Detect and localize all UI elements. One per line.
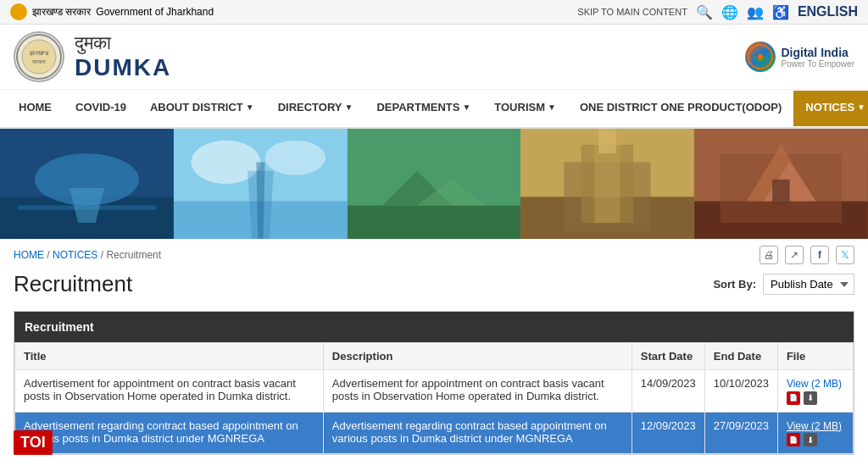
page-title: Recruitment — [14, 271, 132, 297]
notices-arrow: ▼ — [857, 103, 865, 112]
di-circle-icon: i — [745, 42, 776, 72]
header-left: झारखण्ड सरकार दुमका DUMKA — [14, 31, 171, 82]
svg-text:i: i — [760, 53, 762, 62]
breadcrumb-bar: HOME / NOTICES / Recruitment 🖨 ↗ f 𝕏 — [0, 239, 868, 271]
banner-part-5 — [694, 129, 868, 239]
directory-arrow: ▼ — [345, 103, 353, 112]
gov-text-english: Government of Jharkhand — [96, 6, 214, 18]
row1-file-icons: 📄 ⬇ — [787, 391, 817, 405]
row1-view-link[interactable]: View (2 MB) — [787, 378, 842, 390]
row2-start-date: 12/09/2023 — [632, 412, 704, 454]
nav-departments[interactable]: DEPARTMENTS ▼ — [364, 91, 482, 126]
sort-label: Sort By: — [713, 278, 756, 291]
nav-tourism[interactable]: TOURISM ▼ — [482, 91, 568, 126]
table-row: Advertisement for appointment on contrac… — [15, 370, 854, 413]
row1-description: Advertisement for appointment on contrac… — [323, 370, 632, 413]
row1-file: View (2 MB) 📄 ⬇ — [777, 370, 853, 413]
di-label: Digital India — [781, 46, 854, 59]
nav-notices[interactable]: NOTICES ▼ — [793, 91, 868, 126]
page-content: Recruitment Sort By: Publish Date Title … — [0, 271, 868, 471]
table-head: Title Description Start Date End Date Fi… — [15, 343, 854, 370]
globe-icon[interactable]: 🌐 — [721, 4, 738, 20]
svg-rect-19 — [348, 206, 521, 239]
row2-end-date: 27/09/2023 — [704, 412, 777, 454]
row2-file: View (2 MB) 📄 ⬇ — [777, 412, 853, 454]
gov-logo — [10, 3, 27, 20]
lang-label[interactable]: ENGLISH — [798, 4, 858, 19]
table-body: Advertisement for appointment on contrac… — [15, 370, 854, 454]
accessibility-icon[interactable]: ♿ — [772, 4, 789, 20]
table-header: Recruitment — [14, 312, 854, 342]
departments-arrow: ▼ — [462, 103, 470, 112]
table-header-row: Title Description Start Date End Date Fi… — [15, 343, 854, 370]
row1-pdf-icon[interactable]: 📄 — [787, 391, 800, 405]
content-wrapper: TOI Recruitment Title Description Start … — [14, 311, 854, 455]
search-icon[interactable]: 🔍 — [696, 4, 713, 20]
banner-part-4 — [520, 129, 694, 239]
svg-rect-34 — [772, 180, 789, 206]
recruitment-table: Title Description Start Date End Date Fi… — [14, 342, 854, 454]
table-row: Advertisement regarding contract based a… — [15, 412, 854, 454]
print-icon[interactable]: 🖨 — [760, 246, 778, 264]
banner-part-1 — [0, 129, 174, 239]
sort-bar: Sort By: Publish Date Title Date — [713, 274, 854, 295]
row2-title: Advertisement regarding contract based a… — [15, 412, 324, 454]
breadcrumb-sep1: / — [47, 249, 53, 261]
state-emblem: झारखण्ड सरकार — [14, 31, 64, 82]
nav-odop[interactable]: ONE DISTRICT ONE PRODUCT(ODOP) — [568, 91, 793, 126]
share-icon[interactable]: ↗ — [785, 246, 804, 264]
top-bar-right: SKIP TO MAIN CONTENT 🔍 🌐 👥 ♿ ENGLISH — [577, 4, 858, 20]
di-subtext: Power To Empower — [781, 59, 854, 69]
gov-text-hindi: झारखण्ड सरकार — [32, 6, 91, 18]
breadcrumb-home[interactable]: HOME — [14, 249, 44, 261]
di-logo-container: i Digital India Power To Empower — [745, 42, 854, 72]
sitemap-icon[interactable]: 👥 — [747, 4, 764, 20]
site-name-hindi: दुमका — [75, 32, 171, 54]
breadcrumb-current: Recruitment — [106, 249, 161, 261]
col-end-date: End Date — [704, 343, 777, 370]
facebook-icon[interactable]: f — [810, 246, 829, 264]
svg-point-1 — [22, 40, 56, 74]
row2-description: Advertisement regarding contract based a… — [323, 412, 632, 454]
page-title-bar: Recruitment Sort By: Publish Date Title … — [14, 271, 854, 297]
tourism-arrow: ▼ — [548, 103, 556, 112]
main-nav: HOME COVID-19 ABOUT DISTRICT ▼ DIRECTORY… — [0, 90, 868, 129]
svg-text:सरकार: सरकार — [31, 59, 46, 64]
about-district-arrow: ▼ — [246, 103, 254, 112]
row2-file-icons: 📄 ⬇ — [787, 433, 817, 446]
twitter-icon[interactable]: 𝕏 — [836, 246, 854, 264]
col-start-date: Start Date — [632, 343, 704, 370]
site-name-english: DUMKA — [75, 54, 171, 81]
share-icons: 🖨 ↗ f 𝕏 — [760, 246, 854, 264]
row2-pdf-icon[interactable]: 📄 — [787, 433, 800, 446]
col-description: Description — [323, 343, 632, 370]
col-file: File — [777, 343, 853, 370]
breadcrumb-notices[interactable]: NOTICES — [53, 249, 97, 261]
nav-home[interactable]: HOME — [7, 91, 64, 126]
breadcrumb: HOME / NOTICES / Recruitment — [14, 249, 161, 261]
recruitment-table-container: Recruitment Title Description Start Date… — [14, 311, 854, 455]
svg-rect-28 — [599, 129, 616, 153]
digital-india-logo: i Digital India Power To Empower — [745, 42, 854, 72]
row2-download-icon[interactable]: ⬇ — [804, 433, 817, 446]
toi-overlay: TOI — [14, 430, 53, 455]
banner-part-2 — [174, 129, 348, 239]
sort-select[interactable]: Publish Date Title Date — [763, 274, 854, 295]
site-header: झारखण्ड सरकार दुमका DUMKA i Digital Indi… — [0, 25, 868, 90]
top-icons: 🔍 🌐 👥 ♿ ENGLISH — [696, 4, 858, 20]
site-banner — [0, 129, 868, 239]
top-bar: झारखण्ड सरकार Government of Jharkhand SK… — [0, 0, 868, 25]
svg-point-15 — [264, 141, 326, 175]
nav-about-district[interactable]: ABOUT DISTRICT ▼ — [138, 91, 266, 126]
col-title: Title — [15, 343, 324, 370]
di-text-container: Digital India Power To Empower — [781, 46, 854, 69]
site-name: दुमका DUMKA — [75, 32, 171, 81]
banner-part-3 — [348, 129, 521, 239]
row1-end-date: 10/10/2023 — [704, 370, 777, 413]
skip-link[interactable]: SKIP TO MAIN CONTENT — [577, 7, 687, 17]
nav-directory[interactable]: DIRECTORY ▼ — [266, 91, 365, 126]
nav-covid[interactable]: COVID-19 — [64, 91, 138, 126]
row1-title: Advertisement for appointment on contrac… — [15, 370, 324, 413]
row2-view-link[interactable]: View (2 MB) — [787, 420, 842, 432]
row1-download-icon[interactable]: ⬇ — [804, 391, 817, 405]
